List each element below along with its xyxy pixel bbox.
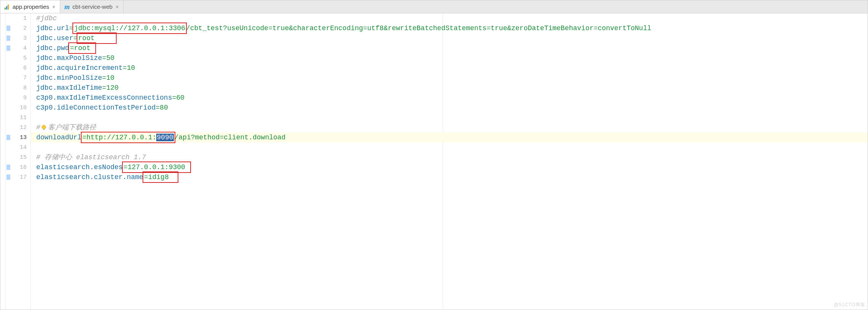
- code-line[interactable]: #jdbc: [31, 13, 868, 23]
- code-line[interactable]: elasticsearch.cluster.name=idig8xx: [31, 172, 868, 182]
- property-key: jdbc.maxPoolSize: [36, 53, 102, 63]
- code-line[interactable]: # 存储中心 elasticsearch 1.7: [31, 152, 868, 162]
- code-area[interactable]: #jdbc jdbc.url=jdbc:mysql://127.0.0.1:33…: [31, 13, 868, 310]
- property-value: 10: [127, 63, 135, 73]
- equals-sign: =: [82, 134, 87, 141]
- svg-rect-0: [5, 8, 6, 10]
- equals-sign: =: [156, 103, 160, 113]
- line-number[interactable]: 17: [6, 172, 30, 182]
- change-marker: [6, 165, 10, 170]
- close-icon[interactable]: ×: [115, 4, 119, 10]
- highlight-box: =idig8xx: [143, 171, 178, 183]
- code-line[interactable]: #客户端下载路径: [31, 123, 868, 132]
- property-value: 120: [106, 83, 119, 93]
- property-key: jdbc.maxIdleTime: [36, 83, 102, 93]
- code-line[interactable]: jdbc.minPoolSize=10: [31, 73, 868, 83]
- equals-sign: =: [144, 173, 148, 181]
- line-number-gutter[interactable]: 1 2 3 4 5 6 7 8 9 10 11 12 13 14 15 16 1…: [6, 13, 31, 310]
- code-line[interactable]: jdbc.url=jdbc:mysql://127.0.0.1:3306/cbt…: [31, 23, 868, 33]
- equals-sign: =: [123, 63, 127, 73]
- change-marker: [6, 45, 10, 51]
- property-key: jdbc.acquireIncrement: [36, 63, 123, 73]
- code-line[interactable]: jdbc.maxPoolSize=50: [31, 53, 868, 63]
- line-number[interactable]: 14: [6, 142, 30, 152]
- property-key: elasticsearch.cluster.name: [36, 172, 143, 182]
- code-line[interactable]: jdbc.user=rootxxxxx: [31, 33, 868, 43]
- line-number[interactable]: 1: [6, 13, 30, 23]
- equals-sign: =: [102, 73, 106, 83]
- editor-tab-cbt-service-web[interactable]: m cbt-service-web ×: [60, 0, 124, 13]
- line-number[interactable]: 10: [6, 103, 30, 113]
- comment-text: #jdbc: [36, 13, 57, 23]
- code-line[interactable]: jdbc.maxIdleTime=120: [31, 83, 868, 93]
- line-number[interactable]: 16: [6, 162, 30, 172]
- svg-rect-2: [8, 5, 9, 10]
- ide-editor-window: app.properties × m cbt-service-web × 1 2…: [0, 0, 868, 310]
- equals-sign: =: [70, 44, 74, 52]
- code-line[interactable]: [31, 113, 868, 123]
- code-line[interactable]: elasticsearch.esNodes=127.0.0.1:9300x: [31, 162, 868, 172]
- property-value: 10: [106, 73, 115, 83]
- change-marker: [6, 36, 10, 41]
- property-key: jdbc.user: [36, 33, 73, 43]
- editor-tab-bar: app.properties × m cbt-service-web ×: [0, 0, 868, 13]
- line-number[interactable]: 15: [6, 152, 30, 162]
- equals-sign: =: [102, 83, 106, 93]
- lightbulb-icon[interactable]: [40, 124, 47, 131]
- watermark-text: @51CTO博客: [834, 302, 865, 308]
- tab-label: cbt-service-web: [72, 3, 112, 10]
- comment-text: # 存储中心 elasticsearch 1.7: [36, 152, 146, 162]
- change-marker: [6, 174, 10, 180]
- equals-sign: =: [102, 53, 106, 63]
- line-number[interactable]: 5: [6, 53, 30, 63]
- property-key: jdbc.pwd: [36, 43, 69, 53]
- property-value: http://127.0.0.1:: [87, 134, 157, 141]
- line-number[interactable]: 7: [6, 73, 30, 83]
- property-value: /api?method=client.download: [175, 132, 286, 142]
- properties-file-icon: [4, 4, 10, 10]
- svg-point-3: [42, 125, 46, 129]
- property-value: 80: [160, 103, 168, 113]
- line-number[interactable]: 12: [6, 123, 30, 132]
- code-line[interactable]: c3p0.maxIdleTimeExcessConnections=60: [31, 93, 868, 103]
- editor-tab-app-properties[interactable]: app.properties ×: [0, 0, 60, 13]
- property-key: downloadUrl: [36, 132, 82, 142]
- code-line[interactable]: jdbc.acquireIncrement=10: [31, 63, 868, 73]
- comment-text: 客户端下载路径: [48, 123, 96, 132]
- property-key: c3p0.idleConnectionTestPeriod: [36, 103, 156, 113]
- highlight-box: =rootx: [68, 42, 96, 54]
- property-key: jdbc.minPoolSize: [36, 73, 102, 83]
- property-value: root: [78, 34, 95, 42]
- code-line[interactable]: downloadUrl=http://127.0.0.1:9090/api?me…: [31, 132, 868, 142]
- equals-sign: =: [124, 163, 128, 171]
- line-number[interactable]: 8: [6, 83, 30, 93]
- property-value: 50: [106, 53, 115, 63]
- property-key: c3p0.maxIdleTimeExcessConnections: [36, 93, 172, 103]
- svg-rect-1: [6, 6, 7, 10]
- editor-body: 1 2 3 4 5 6 7 8 9 10 11 12 13 14 15 16 1…: [0, 13, 868, 310]
- line-number[interactable]: 11: [6, 113, 30, 123]
- property-value: jdbc:mysql://127.0.0.1:3306: [74, 24, 185, 32]
- property-value: 127.0.0.1:9300: [128, 163, 185, 171]
- change-marker: [6, 135, 10, 140]
- text-selection: 9090: [156, 134, 173, 141]
- line-number[interactable]: 3: [6, 33, 30, 43]
- line-number[interactable]: 4: [6, 43, 30, 53]
- comment-text: #: [36, 123, 40, 132]
- line-number[interactable]: 9: [6, 93, 30, 103]
- line-number[interactable]: 13: [6, 132, 30, 142]
- property-value: 60: [176, 93, 185, 103]
- property-value: root: [74, 44, 90, 52]
- line-number[interactable]: 6: [6, 63, 30, 73]
- highlight-box: =http://127.0.0.1:9090: [81, 132, 175, 143]
- property-value: idig8: [148, 173, 169, 181]
- close-icon[interactable]: ×: [51, 4, 56, 10]
- code-line[interactable]: jdbc.pwd=rootx: [31, 43, 868, 53]
- change-marker: [6, 26, 10, 31]
- line-number[interactable]: 2: [6, 23, 30, 33]
- code-line[interactable]: c3p0.idleConnectionTestPeriod=80: [31, 103, 868, 113]
- property-key: elasticsearch.esNodes: [36, 162, 123, 172]
- property-key: jdbc.url: [36, 23, 69, 33]
- maven-module-icon: m: [64, 4, 70, 10]
- code-line[interactable]: [31, 142, 868, 152]
